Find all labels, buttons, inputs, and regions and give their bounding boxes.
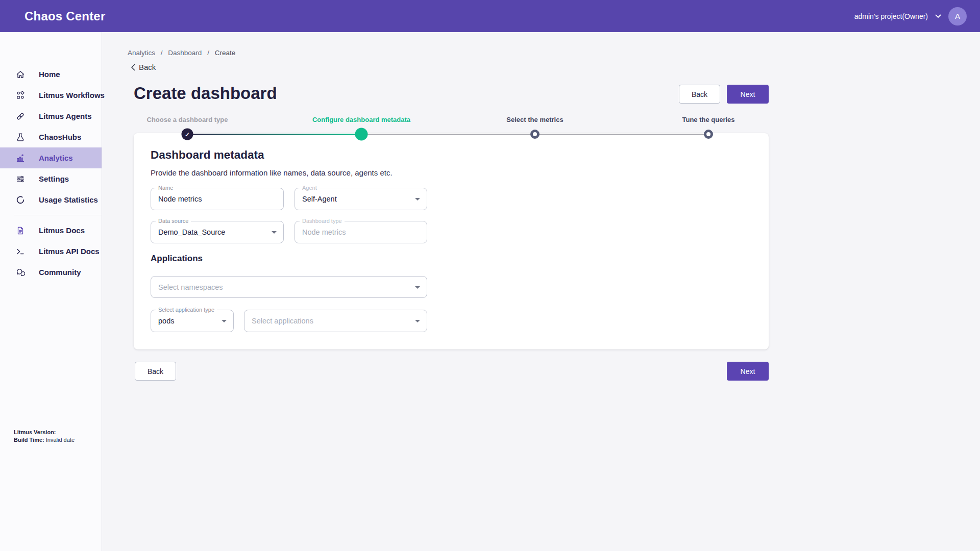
namespaces-input[interactable] [151,277,427,297]
breadcrumb-dashboard[interactable]: Dashboard [168,49,202,57]
data-source-selected-value: Demo_Data_Source [158,221,269,243]
chevron-left-icon [131,64,135,71]
litmus-version-label: Litmus Version: [14,429,56,435]
workflows-icon [16,91,25,100]
avatar[interactable]: A [948,7,967,26]
sidebar-item-usage-statistics[interactable]: Usage Statistics [0,189,102,210]
step-label-configure-metadata: Configure dashboard metadata [312,116,410,123]
step-label-tune-queries: Tune the queries [682,116,734,123]
project-selector-label[interactable]: admin's project(Owner) [854,12,928,20]
sidebar-item-community[interactable]: Community [0,262,102,283]
sidebar-item-label: Analytics [39,154,73,162]
community-icon [16,268,25,277]
build-time-value: Invalid date [44,437,75,443]
sidebar: Home Litmus Workflows Litmus Agents [0,32,102,551]
sidebar-version-info: Litmus Version: Build Time: Invalid date [14,429,75,444]
dashboard-type-input[interactable] [295,221,427,243]
sidebar-item-litmus-agents[interactable]: Litmus Agents [0,106,102,127]
sidebar-divider [14,215,102,215]
back-link[interactable]: Back [131,63,156,71]
sidebar-item-settings[interactable]: Settings [0,168,102,189]
sidebar-item-litmus-workflows[interactable]: Litmus Workflows [0,85,102,106]
sidebar-item-label: Litmus Docs [39,226,85,235]
dropdown-caret-icon[interactable] [222,320,227,322]
step-dot-active [355,128,368,141]
check-icon: ✓ [185,131,190,138]
dropdown-caret-icon[interactable] [272,231,277,234]
name-field[interactable]: Name [151,188,284,210]
dashboard-metadata-card: Dashboard metadata Provide the dashboard… [134,133,769,349]
stepper-connector [187,134,361,135]
agent-selected-value: Self-Agent [302,188,412,210]
name-field-label: Name [156,185,176,191]
sidebar-item-label: Community [39,268,81,277]
sidebar-item-home[interactable]: Home [0,64,102,85]
application-type-select[interactable]: Select application type pods [151,310,234,332]
build-time-label: Build Time: [14,437,44,443]
step-label-choose-dashboard-type: Choose a dashboard type [147,116,228,123]
home-icon [16,70,25,79]
dropdown-caret-icon[interactable] [415,198,420,201]
app-title: Chaos Center [24,9,105,23]
sidebar-item-label: Litmus Agents [39,112,92,120]
step-label-select-metrics: Select the metrics [506,116,563,123]
sidebar-item-label: Litmus API Docs [39,247,100,256]
sidebar-item-label: Litmus Workflows [39,91,105,99]
agent-select[interactable]: Agent Self-Agent [295,188,427,210]
sidebar-item-label: ChaosHubs [39,133,81,141]
stepper-connector [361,134,535,135]
breadcrumb-create: Create [215,49,236,57]
agents-icon [16,112,25,121]
dashboard-type-field[interactable]: Dashboard type [295,221,427,243]
sidebar-item-analytics[interactable]: Analytics [0,147,102,168]
name-input[interactable] [151,188,283,210]
applications-heading: Applications [151,254,203,264]
settings-icon [16,174,25,184]
applications-select[interactable] [244,310,427,332]
dropdown-caret-icon[interactable] [415,320,420,322]
main-content: Analytics / Dashboard / Create Back Crea… [102,32,980,551]
stepper-connector [535,134,708,135]
breadcrumb-separator: / [161,49,163,57]
application-type-value: pods [158,310,219,332]
terminal-icon [16,247,25,256]
stepper: Choose a dashboard type Configure dashbo… [134,115,769,156]
next-button-bottom[interactable]: Next [727,362,769,381]
sidebar-item-label: Usage Statistics [39,195,98,204]
back-button-bottom[interactable]: Back [135,362,176,381]
next-button-top[interactable]: Next [727,85,769,104]
dashboard-type-field-label: Dashboard type [300,218,345,224]
sidebar-item-chaoshubs[interactable]: ChaosHubs [0,127,102,147]
back-button-top[interactable]: Back [679,85,720,104]
step-dot-pending [704,130,713,139]
breadcrumb-separator: / [207,49,209,57]
breadcrumb-analytics[interactable]: Analytics [128,49,155,57]
data-source-select[interactable]: Data source Demo_Data_Source [151,221,284,243]
card-subtitle: Provide the dashboard information like n… [151,168,393,177]
breadcrumb: Analytics / Dashboard / Create [128,49,235,57]
analytics-icon [16,154,25,163]
usage-statistics-icon [16,195,25,205]
sidebar-item-litmus-api-docs[interactable]: Litmus API Docs [0,241,102,262]
sidebar-item-litmus-docs[interactable]: Litmus Docs [0,220,102,241]
app-header: Chaos Center admin's project(Owner) A [0,0,980,32]
dropdown-caret-icon[interactable] [415,286,420,289]
page-title: Create dashboard [134,84,277,103]
sidebar-item-label: Home [39,70,60,79]
chevron-down-icon[interactable] [935,14,941,18]
back-link-label: Back [139,63,156,71]
step-dot-pending [530,130,540,139]
sidebar-item-label: Settings [39,174,69,183]
applications-input[interactable] [244,310,427,332]
namespaces-select[interactable] [151,276,427,298]
docs-icon [16,226,25,235]
chaoshubs-icon [16,133,25,142]
step-dot-completed: ✓ [182,129,193,140]
